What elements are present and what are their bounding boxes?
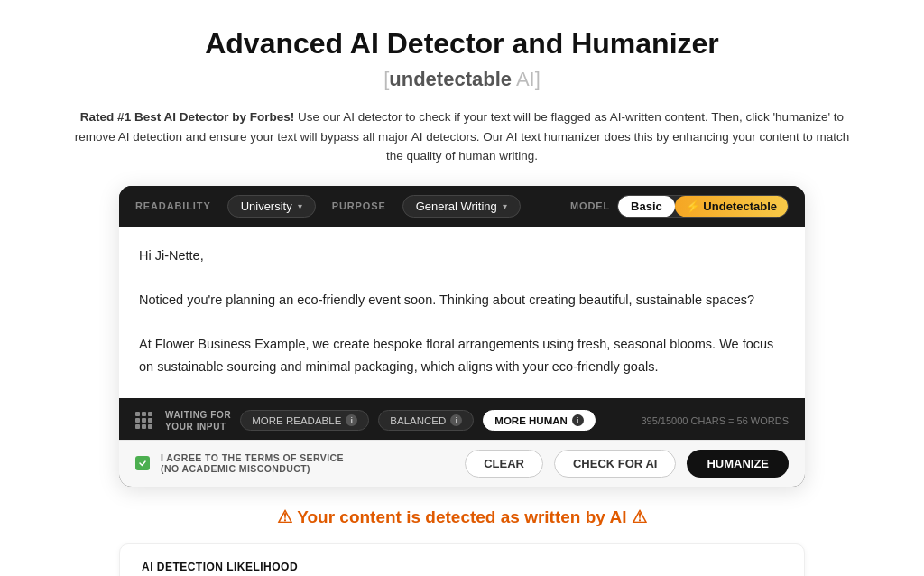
detection-warning: ⚠ Your content is detected as written by…	[119, 506, 805, 527]
grid-icon	[135, 412, 152, 429]
purpose-select[interactable]: General Writing ▾	[402, 195, 521, 218]
waiting-label: WAITING FOR YOUR INPUT	[165, 409, 231, 432]
humanize-button[interactable]: HUMANIZE	[687, 450, 789, 478]
detection-panel: AI DETECTION LIKELIHOOD ⚠GPTZERO⚠OPENAI⚠…	[119, 543, 805, 576]
terms-bar: I AGREE TO THE TERMS OF SERVICE (NO ACAD…	[119, 440, 805, 487]
subtitle-bracket-close: ]	[535, 68, 541, 90]
main-textarea[interactable]: Hi Ji-Nette, Noticed you're planning an …	[119, 227, 805, 398]
terms-checkbox[interactable]	[135, 456, 150, 470]
model-undetectable-option[interactable]: ⚡ Undetectable	[675, 196, 788, 217]
page-title: Advanced AI Detector and Humanizer	[54, 27, 870, 60]
subtitle-undetectable: undetectable	[389, 68, 512, 90]
tool-bottom-bar: WAITING FOR YOUR INPUT MORE READABLE i B…	[119, 402, 805, 440]
terms-text: I AGREE TO THE TERMS OF SERVICE (NO ACAD…	[161, 452, 454, 474]
mode-more-readable-btn[interactable]: MORE READABLE i	[240, 410, 369, 431]
more-readable-info-icon: i	[346, 414, 357, 426]
purpose-label: PURPOSE	[332, 200, 386, 211]
subtitle-ai: AI	[512, 68, 535, 90]
model-toggle: Basic ⚡ Undetectable	[617, 195, 789, 218]
purpose-chevron-icon: ▾	[503, 201, 507, 211]
readability-chevron-icon: ▾	[298, 201, 302, 211]
mode-balanced-btn[interactable]: BALANCED i	[378, 410, 474, 431]
readability-label: READABILITY	[135, 200, 211, 211]
model-section: MODEL Basic ⚡ Undetectable	[570, 195, 789, 218]
more-human-info-icon: i	[572, 414, 584, 426]
balanced-info-icon: i	[450, 414, 462, 426]
description-bold: Rated #1 Best AI Detector by Forbes!	[80, 110, 294, 124]
detection-panel-title: AI DETECTION LIKELIHOOD	[142, 561, 782, 573]
page-description: Rated #1 Best AI Detector by Forbes! Use…	[74, 107, 850, 166]
clear-button[interactable]: CLEAR	[465, 450, 543, 478]
mode-more-human-btn[interactable]: MORE HUMAN i	[483, 410, 596, 431]
page-subtitle: [undetectable AI]	[54, 68, 870, 91]
purpose-value: General Writing	[416, 200, 497, 213]
readability-value: University	[241, 200, 292, 213]
check-ai-button[interactable]: CHECK FOR AI	[554, 450, 676, 478]
tool-box: READABILITY University ▾ PURPOSE General…	[119, 186, 805, 487]
chars-count: 395/15000 CHARS = 56 WORDS	[641, 415, 789, 426]
tool-header: READABILITY University ▾ PURPOSE General…	[119, 186, 805, 227]
model-basic-option[interactable]: Basic	[618, 196, 675, 217]
model-label: MODEL	[570, 200, 610, 211]
detection-result: ⚠ Your content is detected as written by…	[119, 506, 805, 576]
readability-select[interactable]: University ▾	[227, 195, 316, 218]
